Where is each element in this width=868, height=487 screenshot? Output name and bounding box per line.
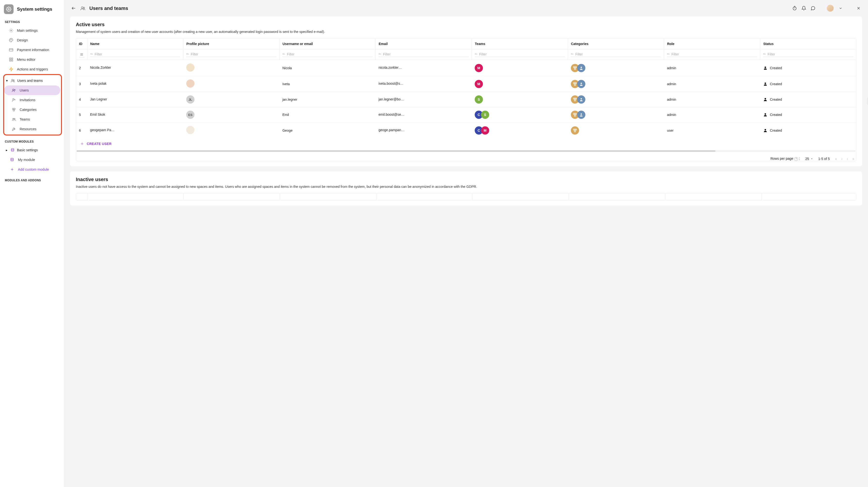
sidebar: System settings SETTINGS Main settings D… [0,0,64,487]
cell-teams: S [472,92,568,107]
person-icon [763,112,768,117]
cell-categories [568,123,664,138]
nav-menu-editor[interactable]: Menu editor [4,55,60,64]
help-icon[interactable]: ? [794,157,798,161]
gear-icon [4,4,13,14]
plus-icon [10,167,14,172]
chevron-down-icon[interactable] [838,6,843,11]
svg-rect-8 [11,58,13,59]
nav-users[interactable]: Users [4,86,60,95]
filter-pic-input[interactable] [191,52,276,56]
nav-label: Users [20,88,29,92]
nav-payment[interactable]: Payment information [4,45,60,55]
inactive-users-desc: Inactive users do not have access to the… [76,184,857,189]
sidebar-collapse-button[interactable]: ‹ [867,98,868,104]
cell-categories [568,60,664,76]
col-profile-picture[interactable]: Profile picture [183,38,279,50]
chat-icon[interactable] [810,6,816,11]
inactive-users-card: Inactive users Inactive users do not hav… [70,171,862,206]
nav-basic-settings[interactable]: ▸ Basic settings [4,145,60,155]
text-filter-icon: ᴬᵇᶜ [378,53,381,56]
col-teams[interactable]: Teams [472,38,568,50]
text-filter-icon: ᴬᵇᶜ [763,53,766,56]
svg-point-21 [13,110,14,111]
section-settings: SETTINGS [5,20,60,24]
nav-my-module[interactable]: My module [4,155,60,165]
nav-resources[interactable]: Resources [4,124,60,134]
caret-right-icon: ▸ [5,149,8,152]
filter-categories-input[interactable] [575,52,661,56]
filter-username-input[interactable] [287,52,372,56]
nav-design[interactable]: Design [4,35,60,45]
users-icon [10,78,15,83]
cell-email: emil.boost@sezna... [376,107,472,123]
table-row[interactable]: 6 geogepam Pampan... Geoge geoge.pampana… [76,123,856,138]
nav-users-teams[interactable]: ▾ Users and teams [4,76,60,86]
close-icon[interactable] [856,6,861,11]
last-page-button[interactable]: » [852,157,854,161]
nav-teams[interactable]: Teams [4,115,60,124]
text-filter-icon: ᴬᵇᶜ [475,53,477,56]
svg-point-25 [11,158,13,159]
pagination: Rows per page ? : 25 1-5 of 5 « ‹ › » [76,154,856,161]
svg-point-59 [574,129,575,130]
nav-label: Actions and triggers [17,67,48,71]
nav-add-custom-module[interactable]: Add custom module [4,165,60,174]
first-page-button[interactable]: « [835,157,837,161]
table-row[interactable]: 3 Iveta polak Iveta iveta.boost@sezna...… [76,76,856,92]
svg-point-44 [574,82,575,84]
database-icon [10,157,14,162]
cell-email: nicola.zorkler@boo... [376,60,472,76]
svg-point-54 [574,113,575,115]
invite-icon [11,98,16,102]
col-status[interactable]: Status [760,38,856,50]
prev-page-button[interactable]: ‹ [841,157,843,161]
table-row[interactable]: 2 Nicola Zorkler Nicola nicola.zorkler@b… [76,60,856,76]
col-username[interactable]: Username or email [279,38,376,50]
filter-menu-icon[interactable] [79,52,84,57]
nav-label: Design [17,38,28,42]
tools-icon [11,127,16,131]
col-name[interactable]: Name [87,38,183,50]
svg-point-14 [12,89,14,91]
svg-point-19 [12,108,14,110]
cell-id: 3 [76,76,87,92]
nav-invitations[interactable]: Invitations [4,95,60,105]
svg-point-13 [13,79,14,81]
bell-icon[interactable] [801,6,806,11]
col-role[interactable]: Role [664,38,760,50]
filter-name-input[interactable] [95,52,180,56]
svg-point-22 [13,118,14,120]
nav-categories[interactable]: Categories [4,105,60,115]
svg-rect-5 [9,48,13,51]
dropdown-icon [811,158,813,160]
create-user-button[interactable]: CREATE USER [76,138,856,149]
table-row[interactable]: 4 Jan Legner JL jan.legner jan.legner@bo… [76,92,856,107]
section-custom-modules: CUSTOM MODULES [5,140,60,143]
cell-profile-picture: ES [183,107,279,123]
filter-status-input[interactable] [768,52,853,56]
table-row[interactable]: 5 Emil Skok ES Emil emil.boost@sezna... … [76,107,856,123]
svg-point-20 [14,108,15,110]
cell-role: admin [664,107,760,123]
cell-status: Created [760,123,856,138]
svg-marker-65 [811,159,812,159]
user-avatar[interactable] [826,4,834,12]
back-button[interactable] [71,6,76,11]
timer-icon[interactable] [792,6,797,11]
col-email[interactable]: Email [376,38,472,50]
col-id[interactable]: ID [76,38,87,50]
col-categories[interactable]: Categories [568,38,664,50]
page-size-select[interactable]: 25 [805,157,813,161]
svg-point-51 [574,100,576,101]
rows-per-page-label: Rows per page [770,157,793,160]
filter-email-input[interactable] [383,52,469,56]
cell-teams: M [472,60,568,76]
filter-teams-input[interactable] [479,52,565,56]
nav-actions[interactable]: Actions and triggers [4,64,60,74]
cell-name: Jan Legner [87,92,183,107]
next-page-button[interactable]: › [847,157,848,161]
table-scrollbar[interactable] [76,150,856,152]
nav-main-settings[interactable]: Main settings [4,26,60,35]
filter-role-input[interactable] [671,52,757,56]
